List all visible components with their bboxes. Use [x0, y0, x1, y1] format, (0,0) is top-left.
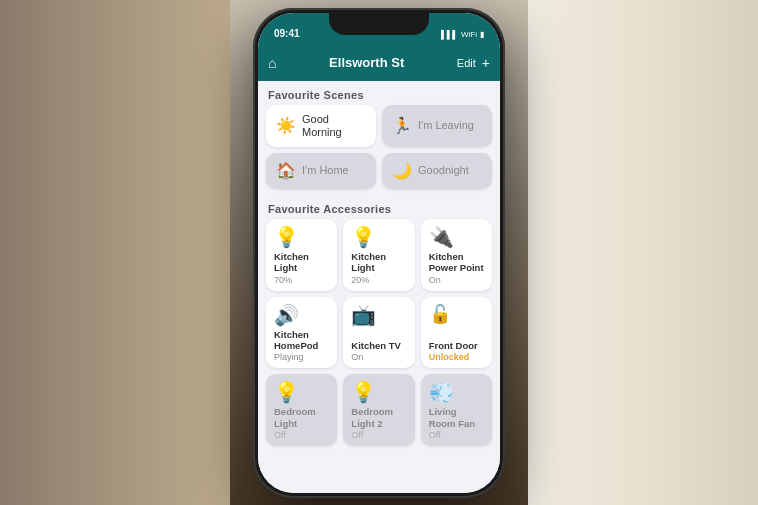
scene-leaving-icon: 🏃 [392, 116, 412, 135]
bg-left [0, 0, 260, 505]
scene-im-leaving[interactable]: 🏃 I'm Leaving [382, 105, 492, 147]
kitchen-tv-info: Kitchen TV On [351, 336, 406, 362]
accessory-front-door[interactable]: 🔓 Front Door Unlocked [421, 297, 492, 369]
front-door-status: Unlocked [429, 352, 484, 362]
accessory-kitchen-tv[interactable]: 📺 Kitchen TV On [343, 297, 414, 369]
accessory-power-point[interactable]: 🔌 Kitchen Power Point On [421, 219, 492, 291]
homepod-info: Kitchen HomePod Playing [274, 325, 329, 363]
scene-good-morning-label: Good Morning [302, 113, 366, 139]
power-point-icon: 🔌 [429, 227, 484, 247]
living-room-fan-status: Off [429, 430, 484, 440]
kitchen-light-2-icon: 💡 [351, 227, 406, 247]
add-button[interactable]: + [482, 55, 490, 71]
accessory-bedroom-light-1[interactable]: 💡 Bedroom Light Off [266, 374, 337, 446]
scene-good-morning[interactable]: ☀️ Good Morning [266, 105, 376, 147]
homepod-icon: 🔊 [274, 305, 329, 325]
living-room-fan-name: Living Room Fan [429, 406, 484, 429]
scene-goodnight[interactable]: 🌙 Goodnight [382, 153, 492, 189]
scene-leaving-label: I'm Leaving [418, 119, 474, 132]
header-actions: Edit + [457, 55, 490, 71]
status-icons: ▌▌▌ WiFi ▮ [441, 30, 484, 41]
kitchen-light-2-info: Kitchen Light 20% [351, 247, 406, 285]
homepod-name: Kitchen HomePod [274, 329, 329, 352]
scene-home-label: I'm Home [302, 164, 349, 177]
kitchen-light-1-status: 70% [274, 275, 329, 285]
bedroom-light-1-name: Bedroom Light [274, 406, 329, 429]
header-title: Ellsworth St [329, 55, 404, 70]
bedroom-light-2-name: Bedroom Light 2 [351, 406, 406, 429]
front-door-icon: 🔓 [429, 305, 484, 323]
accessory-kitchen-light-2[interactable]: 💡 Kitchen Light 20% [343, 219, 414, 291]
homepod-status: Playing [274, 352, 329, 362]
phone-notch [329, 13, 429, 35]
accessories-grid: 💡 Kitchen Light 70% 💡 Kitchen Light 20% … [258, 219, 500, 452]
accessory-bedroom-light-2[interactable]: 💡 Bedroom Light 2 Off [343, 374, 414, 446]
front-door-name: Front Door [429, 340, 484, 351]
scene-home-icon: 🏠 [276, 161, 296, 180]
status-time: 09:41 [274, 28, 300, 41]
battery-icon: ▮ [480, 30, 484, 39]
scene-goodnight-label: Goodnight [418, 164, 469, 177]
scenes-grid: ☀️ Good Morning 🏃 I'm Leaving 🏠 I'm Home… [258, 105, 500, 195]
bedroom-light-1-icon: 💡 [274, 382, 329, 402]
bottom-padding [258, 452, 500, 472]
kitchen-tv-status: On [351, 352, 406, 362]
edit-button[interactable]: Edit [457, 57, 476, 69]
bg-right [528, 0, 758, 505]
kitchen-light-1-name: Kitchen Light [274, 251, 329, 274]
wifi-icon: WiFi [461, 30, 477, 39]
living-room-fan-info: Living Room Fan Off [429, 402, 484, 440]
accessories-section-header: Favourite Accessories [258, 195, 500, 219]
kitchen-light-2-name: Kitchen Light [351, 251, 406, 274]
accessory-kitchen-light-1[interactable]: 💡 Kitchen Light 70% [266, 219, 337, 291]
bedroom-light-1-status: Off [274, 430, 329, 440]
accessory-living-room-fan[interactable]: 💨 Living Room Fan Off [421, 374, 492, 446]
living-room-fan-icon: 💨 [429, 382, 484, 402]
app-header: ⌂ Ellsworth St Edit + [258, 45, 500, 81]
bedroom-light-2-info: Bedroom Light 2 Off [351, 402, 406, 440]
bedroom-light-2-status: Off [351, 430, 406, 440]
kitchen-light-1-icon: 💡 [274, 227, 329, 247]
scene-im-home[interactable]: 🏠 I'm Home [266, 153, 376, 189]
home-icon[interactable]: ⌂ [268, 55, 276, 71]
power-point-status: On [429, 275, 484, 285]
bedroom-light-2-icon: 💡 [351, 382, 406, 402]
phone-frame: 09:41 ▌▌▌ WiFi ▮ ⌂ Ellsworth St Edit + F… [253, 8, 505, 498]
phone-screen: 09:41 ▌▌▌ WiFi ▮ ⌂ Ellsworth St Edit + F… [258, 13, 500, 493]
scene-goodnight-icon: 🌙 [392, 161, 412, 180]
bedroom-light-1-info: Bedroom Light Off [274, 402, 329, 440]
front-door-info: Front Door Unlocked [429, 336, 484, 362]
scene-good-morning-icon: ☀️ [276, 116, 296, 135]
power-point-info: Kitchen Power Point On [429, 247, 484, 285]
scenes-section-header: Favourite Scenes [258, 81, 500, 105]
power-point-name: Kitchen Power Point [429, 251, 484, 274]
kitchen-tv-name: Kitchen TV [351, 340, 406, 351]
kitchen-tv-icon: 📺 [351, 305, 406, 325]
accessory-homepod[interactable]: 🔊 Kitchen HomePod Playing [266, 297, 337, 369]
kitchen-light-2-status: 20% [351, 275, 406, 285]
scroll-content: Favourite Scenes ☀️ Good Morning 🏃 I'm L… [258, 81, 500, 493]
kitchen-light-1-info: Kitchen Light 70% [274, 247, 329, 285]
signal-icon: ▌▌▌ [441, 30, 458, 39]
